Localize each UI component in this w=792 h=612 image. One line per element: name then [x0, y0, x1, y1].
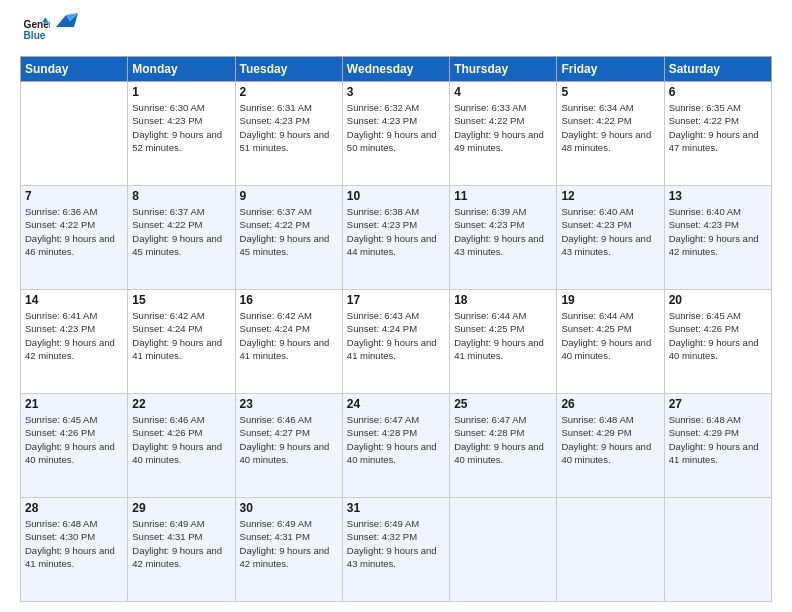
calendar-cell: 25 Sunrise: 6:47 AMSunset: 4:28 PMDaylig…	[450, 394, 557, 498]
day-number: 14	[25, 293, 123, 307]
calendar-cell: 9 Sunrise: 6:37 AMSunset: 4:22 PMDayligh…	[235, 186, 342, 290]
calendar-cell: 31 Sunrise: 6:49 AMSunset: 4:32 PMDaylig…	[342, 498, 449, 602]
calendar-week-row-5: 28 Sunrise: 6:48 AMSunset: 4:30 PMDaylig…	[21, 498, 772, 602]
day-number: 12	[561, 189, 659, 203]
day-info: Sunrise: 6:37 AMSunset: 4:22 PMDaylight:…	[240, 205, 338, 258]
calendar-cell: 10 Sunrise: 6:38 AMSunset: 4:23 PMDaylig…	[342, 186, 449, 290]
day-number: 24	[347, 397, 445, 411]
day-number: 27	[669, 397, 767, 411]
day-info: Sunrise: 6:34 AMSunset: 4:22 PMDaylight:…	[561, 101, 659, 154]
day-info: Sunrise: 6:44 AMSunset: 4:25 PMDaylight:…	[454, 309, 552, 362]
day-info: Sunrise: 6:42 AMSunset: 4:24 PMDaylight:…	[132, 309, 230, 362]
calendar-page: General Blue	[0, 0, 792, 612]
day-info: Sunrise: 6:47 AMSunset: 4:28 PMDaylight:…	[347, 413, 445, 466]
weekday-header-friday: Friday	[557, 57, 664, 82]
day-number: 23	[240, 397, 338, 411]
calendar-cell: 18 Sunrise: 6:44 AMSunset: 4:25 PMDaylig…	[450, 290, 557, 394]
day-number: 20	[669, 293, 767, 307]
calendar-cell: 21 Sunrise: 6:45 AMSunset: 4:26 PMDaylig…	[21, 394, 128, 498]
calendar-cell: 28 Sunrise: 6:48 AMSunset: 4:30 PMDaylig…	[21, 498, 128, 602]
calendar-cell: 16 Sunrise: 6:42 AMSunset: 4:24 PMDaylig…	[235, 290, 342, 394]
day-number: 26	[561, 397, 659, 411]
weekday-header-thursday: Thursday	[450, 57, 557, 82]
calendar-header-row: SundayMondayTuesdayWednesdayThursdayFrid…	[21, 57, 772, 82]
day-number: 9	[240, 189, 338, 203]
day-number: 30	[240, 501, 338, 515]
calendar-cell: 20 Sunrise: 6:45 AMSunset: 4:26 PMDaylig…	[664, 290, 771, 394]
day-info: Sunrise: 6:30 AMSunset: 4:23 PMDaylight:…	[132, 101, 230, 154]
calendar-cell: 24 Sunrise: 6:47 AMSunset: 4:28 PMDaylig…	[342, 394, 449, 498]
day-number: 16	[240, 293, 338, 307]
day-info: Sunrise: 6:36 AMSunset: 4:22 PMDaylight:…	[25, 205, 123, 258]
day-number: 11	[454, 189, 552, 203]
day-info: Sunrise: 6:32 AMSunset: 4:23 PMDaylight:…	[347, 101, 445, 154]
day-info: Sunrise: 6:41 AMSunset: 4:23 PMDaylight:…	[25, 309, 123, 362]
calendar-cell: 3 Sunrise: 6:32 AMSunset: 4:23 PMDayligh…	[342, 82, 449, 186]
day-number: 29	[132, 501, 230, 515]
calendar-cell: 4 Sunrise: 6:33 AMSunset: 4:22 PMDayligh…	[450, 82, 557, 186]
day-info: Sunrise: 6:46 AMSunset: 4:26 PMDaylight:…	[132, 413, 230, 466]
calendar-cell: 19 Sunrise: 6:44 AMSunset: 4:25 PMDaylig…	[557, 290, 664, 394]
calendar-cell: 15 Sunrise: 6:42 AMSunset: 4:24 PMDaylig…	[128, 290, 235, 394]
calendar-cell	[21, 82, 128, 186]
weekday-header-tuesday: Tuesday	[235, 57, 342, 82]
day-number: 28	[25, 501, 123, 515]
day-number: 19	[561, 293, 659, 307]
day-number: 13	[669, 189, 767, 203]
calendar-cell: 30 Sunrise: 6:49 AMSunset: 4:31 PMDaylig…	[235, 498, 342, 602]
weekday-header-saturday: Saturday	[664, 57, 771, 82]
weekday-header-wednesday: Wednesday	[342, 57, 449, 82]
calendar-cell: 13 Sunrise: 6:40 AMSunset: 4:23 PMDaylig…	[664, 186, 771, 290]
calendar-cell: 27 Sunrise: 6:48 AMSunset: 4:29 PMDaylig…	[664, 394, 771, 498]
day-number: 7	[25, 189, 123, 203]
calendar-cell: 17 Sunrise: 6:43 AMSunset: 4:24 PMDaylig…	[342, 290, 449, 394]
weekday-header-sunday: Sunday	[21, 57, 128, 82]
day-info: Sunrise: 6:42 AMSunset: 4:24 PMDaylight:…	[240, 309, 338, 362]
calendar-cell: 11 Sunrise: 6:39 AMSunset: 4:23 PMDaylig…	[450, 186, 557, 290]
calendar-table: SundayMondayTuesdayWednesdayThursdayFrid…	[20, 56, 772, 602]
day-info: Sunrise: 6:45 AMSunset: 4:26 PMDaylight:…	[669, 309, 767, 362]
day-number: 3	[347, 85, 445, 99]
calendar-cell: 7 Sunrise: 6:36 AMSunset: 4:22 PMDayligh…	[21, 186, 128, 290]
day-info: Sunrise: 6:49 AMSunset: 4:32 PMDaylight:…	[347, 517, 445, 570]
day-number: 15	[132, 293, 230, 307]
day-info: Sunrise: 6:38 AMSunset: 4:23 PMDaylight:…	[347, 205, 445, 258]
day-number: 6	[669, 85, 767, 99]
calendar-cell: 5 Sunrise: 6:34 AMSunset: 4:22 PMDayligh…	[557, 82, 664, 186]
day-info: Sunrise: 6:40 AMSunset: 4:23 PMDaylight:…	[561, 205, 659, 258]
day-info: Sunrise: 6:48 AMSunset: 4:29 PMDaylight:…	[669, 413, 767, 466]
day-info: Sunrise: 6:39 AMSunset: 4:23 PMDaylight:…	[454, 205, 552, 258]
calendar-week-row-2: 7 Sunrise: 6:36 AMSunset: 4:22 PMDayligh…	[21, 186, 772, 290]
calendar-week-row-1: 1 Sunrise: 6:30 AMSunset: 4:23 PMDayligh…	[21, 82, 772, 186]
calendar-cell	[450, 498, 557, 602]
day-number: 1	[132, 85, 230, 99]
calendar-cell: 1 Sunrise: 6:30 AMSunset: 4:23 PMDayligh…	[128, 82, 235, 186]
day-info: Sunrise: 6:49 AMSunset: 4:31 PMDaylight:…	[132, 517, 230, 570]
day-number: 8	[132, 189, 230, 203]
calendar-cell: 6 Sunrise: 6:35 AMSunset: 4:22 PMDayligh…	[664, 82, 771, 186]
svg-text:Blue: Blue	[24, 30, 46, 41]
calendar-cell: 2 Sunrise: 6:31 AMSunset: 4:23 PMDayligh…	[235, 82, 342, 186]
day-info: Sunrise: 6:31 AMSunset: 4:23 PMDaylight:…	[240, 101, 338, 154]
day-number: 25	[454, 397, 552, 411]
calendar-cell: 8 Sunrise: 6:37 AMSunset: 4:22 PMDayligh…	[128, 186, 235, 290]
calendar-cell: 12 Sunrise: 6:40 AMSunset: 4:23 PMDaylig…	[557, 186, 664, 290]
day-number: 21	[25, 397, 123, 411]
day-info: Sunrise: 6:37 AMSunset: 4:22 PMDaylight:…	[132, 205, 230, 258]
calendar-cell: 14 Sunrise: 6:41 AMSunset: 4:23 PMDaylig…	[21, 290, 128, 394]
day-number: 2	[240, 85, 338, 99]
calendar-cell: 22 Sunrise: 6:46 AMSunset: 4:26 PMDaylig…	[128, 394, 235, 498]
logo-bird-icon	[56, 13, 78, 29]
day-info: Sunrise: 6:48 AMSunset: 4:30 PMDaylight:…	[25, 517, 123, 570]
day-number: 5	[561, 85, 659, 99]
day-number: 22	[132, 397, 230, 411]
calendar-cell: 29 Sunrise: 6:49 AMSunset: 4:31 PMDaylig…	[128, 498, 235, 602]
day-number: 17	[347, 293, 445, 307]
calendar-week-row-3: 14 Sunrise: 6:41 AMSunset: 4:23 PMDaylig…	[21, 290, 772, 394]
day-number: 4	[454, 85, 552, 99]
day-info: Sunrise: 6:35 AMSunset: 4:22 PMDaylight:…	[669, 101, 767, 154]
day-info: Sunrise: 6:33 AMSunset: 4:22 PMDaylight:…	[454, 101, 552, 154]
day-number: 31	[347, 501, 445, 515]
day-info: Sunrise: 6:43 AMSunset: 4:24 PMDaylight:…	[347, 309, 445, 362]
day-info: Sunrise: 6:48 AMSunset: 4:29 PMDaylight:…	[561, 413, 659, 466]
